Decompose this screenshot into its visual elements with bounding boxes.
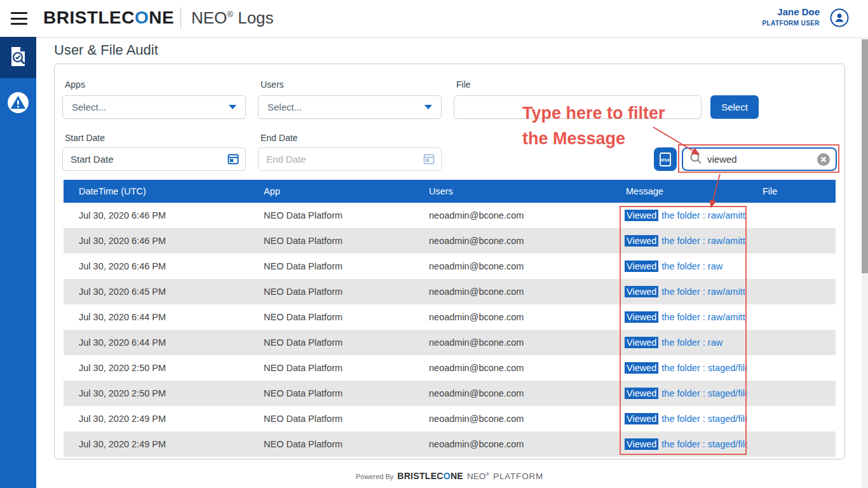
logo-o-icon: O	[444, 471, 451, 481]
apps-label: Apps	[65, 79, 85, 90]
chevron-down-icon	[229, 105, 236, 109]
user-name: Jane Doe	[762, 6, 820, 17]
cell-app: NEO Data Platform	[248, 431, 414, 457]
file-input[interactable]	[454, 95, 702, 119]
bristlecone-logo: BRISTLECONE	[43, 8, 174, 28]
user-avatar-icon[interactable]	[830, 8, 849, 27]
highlighted-term: Viewed	[625, 362, 658, 374]
cell-message: Viewed the folder : raw/amitt	[611, 228, 747, 254]
message-search-field	[682, 147, 837, 171]
app-window: BRISTLECONE NEO® Logs Jane Doe PLATFORM …	[0, 0, 868, 488]
table-row: Jul 30, 2020 6:44 PM NEO Data Platform n…	[64, 330, 836, 355]
file-search-icon	[9, 46, 28, 70]
cell-user: neoadmin@bcone.com	[414, 228, 611, 254]
powered-by-label: Powered By	[356, 473, 393, 480]
highlighted-term: Viewed	[625, 311, 658, 323]
table-row: Jul 30, 2020 2:49 PM NEO Data Platform n…	[64, 406, 836, 431]
scrollbar-thumb[interactable]	[862, 39, 868, 273]
cell-app: NEO Data Platform	[248, 355, 414, 381]
audit-card: Apps Users File Select... Select... Sele…	[54, 64, 845, 459]
footer-bristlecone-logo: BRISTLECONE	[397, 471, 463, 481]
users-select[interactable]: Select...	[258, 95, 442, 119]
col-users: Users	[414, 180, 611, 203]
cell-datetime: Jul 30, 2020 2:50 PM	[64, 355, 248, 381]
svg-text:xlsx: xlsx	[661, 156, 670, 162]
table-body: Jul 30, 2020 6:46 PM NEO Data Platform n…	[64, 203, 836, 457]
cell-app: NEO Data Platform	[248, 381, 414, 406]
cell-datetime: Jul 30, 2020 6:44 PM	[64, 330, 248, 355]
cell-user: neoadmin@bcone.com	[414, 304, 611, 330]
start-date-label: Start Date	[65, 133, 105, 143]
highlighted-term: Viewed	[625, 388, 658, 399]
cell-message: Viewed the folder : raw	[611, 254, 747, 279]
cell-app: NEO Data Platform	[248, 228, 414, 254]
sidebar-item-alerts[interactable]	[0, 85, 36, 123]
apps-select[interactable]: Select...	[62, 95, 246, 119]
cell-user: neoadmin@bcone.com	[414, 381, 611, 406]
clear-search-icon[interactable]	[817, 152, 831, 166]
highlighted-term: Viewed	[625, 413, 658, 424]
end-date-input[interactable]	[258, 147, 442, 171]
chevron-down-icon	[424, 105, 432, 109]
cell-datetime: Jul 30, 2020 6:45 PM	[64, 279, 248, 304]
header-divider	[180, 8, 181, 29]
cell-file	[747, 203, 836, 228]
highlighted-term: Viewed	[625, 286, 658, 297]
cell-user: neoadmin@bcone.com	[414, 279, 611, 304]
table-row: Jul 30, 2020 6:44 PM NEO Data Platform n…	[64, 304, 836, 330]
cell-user: neoadmin@bcone.com	[414, 406, 611, 431]
sidebar-nav	[0, 37, 36, 488]
table-row: Jul 30, 2020 6:46 PM NEO Data Platform n…	[64, 228, 836, 254]
table-row: Jul 30, 2020 2:49 PM NEO Data Platform n…	[64, 431, 836, 457]
xlsx-file-icon: xlsx	[658, 152, 672, 167]
cell-file	[747, 304, 836, 330]
calendar-icon[interactable]	[227, 153, 239, 167]
app-title: NEO® Logs	[191, 8, 274, 28]
table-header: DateTime (UTC) App Users Message File	[64, 180, 836, 203]
highlighted-term: Viewed	[625, 261, 658, 272]
cell-message: Viewed the folder : raw/amitt	[611, 203, 747, 228]
select-button[interactable]: Select	[710, 95, 759, 119]
file-label: File	[456, 79, 471, 90]
cell-file	[747, 254, 836, 279]
cell-message: Viewed the folder : staged/file	[611, 381, 747, 406]
cell-message: Viewed the folder : staged/file	[611, 355, 747, 381]
table-row: Jul 30, 2020 6:46 PM NEO Data Platform n…	[64, 254, 836, 279]
start-date-field	[62, 147, 246, 171]
cell-datetime: Jul 30, 2020 2:49 PM	[64, 431, 248, 457]
cell-datetime: Jul 30, 2020 6:44 PM	[64, 304, 248, 330]
cell-message: Viewed the folder : raw/amitt	[611, 304, 747, 330]
cell-file	[747, 355, 836, 381]
highlighted-term: Viewed	[625, 438, 658, 450]
table-row: Jul 30, 2020 2:50 PM NEO Data Platform n…	[64, 355, 836, 381]
cell-message: Viewed the folder : raw	[611, 330, 747, 355]
sidebar-item-file-audit[interactable]	[0, 37, 36, 78]
menu-icon[interactable]	[11, 12, 27, 25]
footer: Powered ByBRISTLECONENEO®PLATFORM	[54, 470, 845, 482]
cell-message: Viewed the folder : raw/amitt	[611, 279, 747, 304]
cell-app: NEO Data Platform	[248, 330, 414, 355]
message-search-input[interactable]	[707, 154, 817, 165]
export-xlsx-button[interactable]: xlsx	[654, 147, 677, 171]
highlighted-term: Viewed	[625, 337, 658, 348]
cell-file	[747, 381, 836, 406]
cell-user: neoadmin@bcone.com	[414, 330, 611, 355]
cell-datetime: Jul 30, 2020 2:50 PM	[64, 381, 248, 406]
user-role: PLATFORM USER	[762, 20, 820, 27]
cell-message: Viewed the folder : staged/file	[611, 406, 747, 431]
cell-user: neoadmin@bcone.com	[414, 431, 611, 457]
col-file: File	[747, 180, 836, 203]
cell-file	[747, 406, 836, 431]
cell-file	[747, 431, 836, 457]
users-label: Users	[261, 79, 284, 90]
vertical-scrollbar[interactable]	[862, 37, 868, 488]
col-message: Message	[611, 180, 747, 203]
cell-app: NEO Data Platform	[248, 203, 414, 228]
table-row: Jul 30, 2020 6:45 PM NEO Data Platform n…	[64, 279, 836, 304]
cell-datetime: Jul 30, 2020 6:46 PM	[64, 203, 248, 228]
cell-datetime: Jul 30, 2020 6:46 PM	[64, 228, 248, 254]
end-date-field	[258, 147, 442, 171]
cell-app: NEO Data Platform	[248, 406, 414, 431]
highlighted-term: Viewed	[625, 235, 658, 247]
start-date-input[interactable]	[62, 147, 246, 171]
